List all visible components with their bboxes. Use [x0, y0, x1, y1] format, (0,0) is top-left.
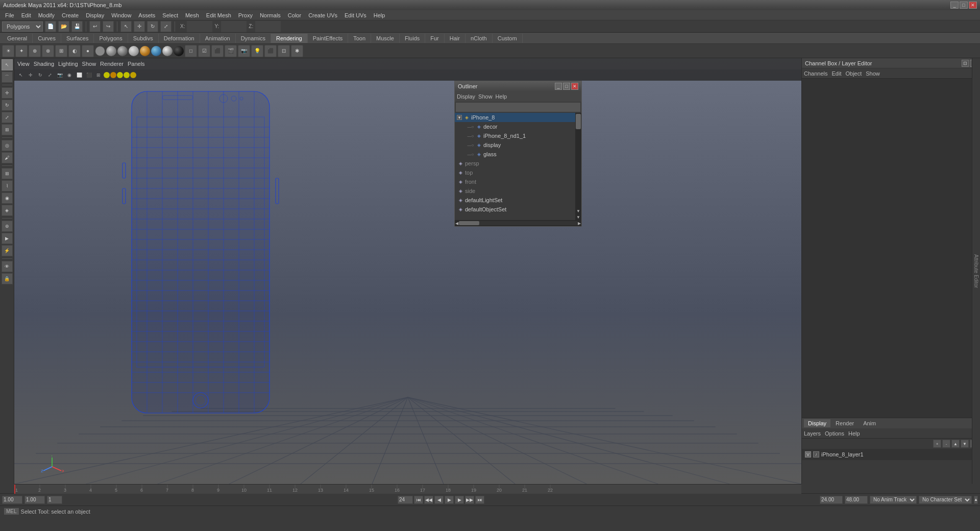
shelf-icon-dark[interactable] [174, 46, 184, 56]
select-mode-button[interactable]: ↖ [2, 59, 13, 70]
start-frame-field[interactable] [2, 496, 22, 504]
window-controls[interactable]: _ □ ✕ [950, 2, 977, 9]
attribute-editor-label[interactable]: Attribute Editor [971, 252, 980, 290]
tab-fur[interactable]: Fur [425, 34, 445, 43]
prev-frame-button[interactable]: ◀◀ [424, 496, 433, 504]
outliner-menu-display[interactable]: Display [457, 93, 475, 100]
vp-icon-light1[interactable] [104, 72, 110, 78]
outliner-scroll-bottom[interactable]: ▼ [575, 214, 581, 220]
le-delete-layer-btn[interactable]: - [942, 440, 950, 448]
show-hide-button[interactable]: 👁 [2, 261, 13, 272]
vp-icon-wireframe[interactable]: ⬜ [75, 70, 84, 80]
anim-start-field[interactable] [820, 496, 843, 504]
range-end-field[interactable] [398, 496, 413, 504]
menu-proxy[interactable]: Proxy [235, 11, 256, 19]
snap-surface-button[interactable]: ◈ [2, 205, 13, 216]
tab-custom[interactable]: Custom [493, 34, 523, 43]
shelf-icon-8[interactable] [95, 46, 105, 56]
tab-polygons[interactable]: Polygons [94, 34, 128, 43]
le-menu-help[interactable]: Help [848, 430, 860, 437]
cb-tab-channels[interactable]: Channels [804, 70, 827, 77]
shelf-icon-4[interactable]: ⊗ [42, 45, 54, 57]
vp-menu-show[interactable]: Show [82, 61, 96, 67]
menu-window[interactable]: Window [108, 11, 134, 19]
tree-item-display[interactable]: —○ ◈ display [455, 140, 581, 150]
lasso-button[interactable]: ⌒ [2, 71, 13, 83]
shelf-icon-6[interactable]: ◐ [68, 45, 81, 57]
shelf-icon-2[interactable]: ✦ [15, 45, 28, 57]
go-to-end-button[interactable]: ⏭ [475, 496, 484, 504]
outliner-hscroll-thumb[interactable] [459, 221, 479, 225]
tree-item-lightset[interactable]: ◈ defaultLightSet [455, 196, 581, 205]
menu-edit[interactable]: Edit [18, 11, 34, 19]
tree-item-iphone8[interactable]: ▼ ◈ iPhone_8 [455, 113, 581, 122]
tab-painteffects[interactable]: PaintEffects [308, 34, 349, 43]
tree-item-front[interactable]: ◈ front [455, 177, 581, 186]
vp-icon-solid[interactable]: ⬛ [84, 70, 93, 80]
vp-icon-light5[interactable] [130, 72, 136, 78]
move-tool[interactable]: ✛ [134, 21, 145, 32]
redo-button[interactable]: ↪ [103, 21, 114, 32]
move-button[interactable]: ✛ [2, 87, 13, 99]
shelf-icon-light[interactable]: 💡 [251, 45, 263, 57]
shelf-icon-sphere2[interactable] [117, 46, 128, 56]
vp-icon-tex[interactable]: ⊞ [94, 70, 103, 80]
outliner-menu-show[interactable]: Show [478, 93, 493, 100]
menu-modify[interactable]: Modify [35, 11, 58, 19]
tab-deformation[interactable]: Deformation [159, 34, 200, 43]
le-tab-display[interactable]: Display [804, 419, 830, 427]
coord-y-field[interactable] [221, 21, 247, 32]
shelf-icon-cam[interactable]: 📷 [238, 45, 250, 57]
cb-tab-edit[interactable]: Edit [831, 70, 841, 77]
coord-x-field[interactable] [187, 21, 212, 32]
next-key-button[interactable]: ▶ [455, 496, 464, 504]
outliner-scrollbar-h[interactable]: ◀ ▶ [455, 220, 581, 226]
menu-help[interactable]: Help [371, 11, 388, 19]
tree-item-decor[interactable]: —○ ◈ decor [455, 122, 581, 131]
shelf-icon-7[interactable]: ● [82, 45, 94, 57]
layer-row-iphone8[interactable]: V / iPhone_8_layer1 [803, 450, 979, 459]
cb-icon-1[interactable]: ⊡ [962, 60, 969, 67]
render-button[interactable]: ▶ [2, 233, 13, 244]
current-frame-field[interactable] [47, 496, 62, 504]
end-frame-field[interactable] [24, 496, 45, 504]
anim-track-selector[interactable]: No Anim Track [870, 496, 917, 504]
shelf-icon-sphere4[interactable] [140, 46, 150, 56]
snap-point-button[interactable]: ◉ [2, 192, 13, 204]
outliner-hscroll-track[interactable] [459, 221, 577, 225]
menu-display[interactable]: Display [83, 11, 107, 19]
maximize-button[interactable]: □ [960, 2, 968, 9]
outliner-minimize[interactable]: _ [555, 83, 562, 90]
menu-color[interactable]: Color [285, 11, 304, 19]
outliner-scroll-left[interactable]: ◀ [455, 221, 459, 226]
close-button[interactable]: ✕ [969, 2, 977, 9]
shelf-icon-render[interactable]: 🎬 [225, 45, 237, 57]
mode-dropdown[interactable]: Polygons [2, 21, 43, 32]
next-frame-button[interactable]: ▶▶ [465, 496, 474, 504]
tab-curves[interactable]: Curves [33, 34, 61, 43]
expand-iphone8[interactable]: ▼ [457, 115, 462, 120]
cb-tab-show[interactable]: Show [866, 70, 880, 77]
rotate-tool[interactable]: ↻ [147, 21, 158, 32]
shelf-icon-mat[interactable]: ⬛ [264, 45, 277, 57]
le-menu-options[interactable]: Options [825, 430, 844, 437]
menu-create-uvs[interactable]: Create UVs [305, 11, 340, 19]
tree-item-persp[interactable]: ◈ persp [455, 159, 581, 168]
open-scene-button[interactable]: 📂 [58, 21, 69, 32]
tree-item-objectset[interactable]: ◈ defaultObjectSet [455, 205, 581, 214]
vp-icon-select[interactable]: ↖ [16, 70, 26, 80]
cb-tab-object[interactable]: Object [845, 70, 862, 77]
menu-select[interactable]: Select [159, 11, 181, 19]
lock-button[interactable]: 🔒 [2, 273, 13, 284]
shelf-icon-arrow[interactable]: ⬛ [211, 45, 224, 57]
outliner-close[interactable]: ✕ [571, 83, 578, 90]
undo-button[interactable]: ↩ [89, 21, 101, 32]
go-to-start-button[interactable]: ⏮ [414, 496, 423, 504]
layer-visible-toggle[interactable]: V [805, 451, 811, 457]
snap-grid-button[interactable]: ⊞ [2, 168, 13, 179]
outliner-scroll-down[interactable]: ▼ [575, 208, 581, 214]
scale-button[interactable]: ⤢ [2, 112, 13, 123]
tab-surfaces[interactable]: Surfaces [61, 34, 94, 43]
shelf-icon-uv[interactable]: ⊡ [278, 45, 290, 57]
vp-icon-rotate[interactable]: ↻ [36, 70, 45, 80]
